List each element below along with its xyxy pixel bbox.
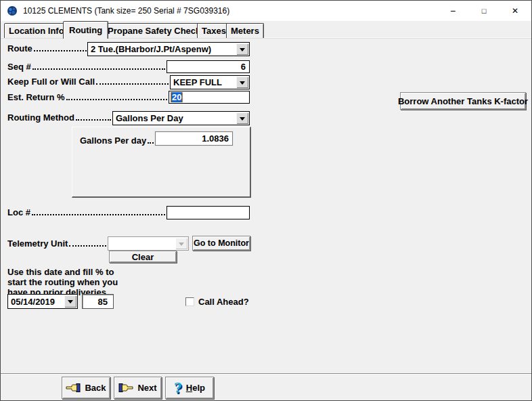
loc-label: Loc # [7,207,30,217]
start-routing-note: Use this date and fill % to start the ro… [7,267,118,297]
telemetry-row: Telemetry Unit [7,238,107,249]
help-question-icon: ? [174,381,182,395]
dotted-leader [32,214,165,215]
gallons-label: Gallons Per day [80,135,146,146]
help-button[interactable]: ? Help [165,377,214,399]
clear-button[interactable]: Clear [109,251,177,263]
telemetry-value [108,237,175,250]
borrow-k-factor-button[interactable]: Borrow Another Tanks K-factor [400,92,526,110]
next-hand-icon [118,383,133,393]
maximize-icon: □ [482,7,487,15]
clear-label: Clear [132,252,154,262]
route-combobox[interactable]: 2 Tue.(BHarbor/J.Pt/Aspenw) [87,42,250,56]
close-icon: ✕ [512,6,518,16]
start-date-combobox[interactable]: 05/14/2019 [7,294,78,309]
window-title: 10125 CLEMENTS (Tank size= 250 Serial # … [23,6,229,16]
back-button[interactable]: Back [62,377,110,399]
start-fill-value: 85 [98,297,108,307]
minimize-icon: − [450,5,456,16]
chevron-down-icon [68,300,73,306]
help-label-underline: H [186,383,192,393]
telemetry-label: Telemetry Unit [7,238,68,249]
keep-full-label: Keep Full or Will Call [7,77,95,87]
gallons-value: 1.0836 [202,133,229,144]
keep-full-row: Keep Full or Will Call [7,77,169,87]
back-hand-icon [66,383,81,393]
keep-full-combobox[interactable]: KEEP FULL [170,75,250,89]
app-icon [7,5,18,16]
maximize-button[interactable]: □ [468,1,500,21]
borrow-k-factor-label: Borrow Another Tanks K-factor [398,96,528,106]
routing-method-label: Routing Method [7,112,74,123]
next-label: Next [137,383,156,393]
telemetry-combobox[interactable] [108,236,189,251]
tab-propane-safety-check[interactable]: Propane Safety Check [103,23,205,38]
loc-input[interactable] [167,206,250,219]
keep-full-dropdown-button[interactable] [236,77,248,88]
tab-label: Routing [69,25,102,35]
dotted-leader [76,119,111,121]
go-to-monitor-label: Go to Monitor [194,238,249,248]
close-button[interactable]: ✕ [500,1,531,21]
note-line-2: start the routing when you [7,277,118,287]
est-return-input[interactable]: 20 [169,91,250,104]
dotted-leader [96,83,169,85]
dotted-leader [66,99,167,100]
route-dropdown-button[interactable] [236,43,248,55]
routing-method-value: Gallons Per Day [113,112,236,125]
tab-label: Taxes [202,26,226,36]
app-window: 10125 CLEMENTS (Tank size= 250 Serial # … [0,0,532,401]
call-ahead-label: Call Ahead? [198,297,249,307]
keep-full-value: KEEP FULL [171,76,236,89]
minimize-button[interactable]: − [437,1,468,21]
start-date-dropdown-button[interactable] [64,295,76,308]
telemetry-dropdown-button[interactable] [175,238,187,249]
back-label: Back [85,383,106,393]
chevron-down-icon [179,242,184,249]
help-label-rest: elp [192,383,205,393]
seq-input[interactable]: 6 [167,60,250,73]
chevron-down-icon [240,81,245,87]
title-bar: 10125 CLEMENTS (Tank size= 250 Serial # … [1,1,531,21]
dotted-leader [34,50,87,51]
seq-label: Seq # [7,62,31,72]
tab-label: Propane Safety Check [108,26,200,36]
call-ahead-checkbox[interactable] [185,297,194,306]
tab-meters[interactable]: Meters [226,23,264,38]
next-button[interactable]: Next [114,377,162,399]
route-value: 2 Tue.(BHarbor/J.Pt/Aspenw) [88,43,236,56]
tab-routing[interactable]: Routing [63,21,108,39]
start-fill-input[interactable]: 85 [82,294,114,309]
note-line-1: Use this date and fill % to [7,267,118,277]
routing-method-row: Routing Method [7,112,112,123]
go-to-monitor-button[interactable]: Go to Monitor [192,236,250,251]
dotted-leader [32,68,165,70]
dotted-leader [69,245,106,247]
chevron-down-icon [240,117,245,123]
est-return-row: Est. Return % [7,92,168,102]
start-date-value: 05/14/2019 [8,295,64,308]
gallons-row: Gallons Per day [80,135,156,146]
help-label: Help [186,383,205,393]
caption-buttons: − □ ✕ [437,1,531,21]
chevron-down-icon [240,48,245,54]
loc-row: Loc # [7,207,166,217]
route-label: Route [7,43,32,54]
footer-separator [1,373,531,375]
est-return-value-selected: 20 [171,92,183,102]
gallons-input[interactable]: 1.0836 [155,131,233,146]
routing-method-dropdown-button[interactable] [236,112,248,124]
gallons-per-day-panel: Gallons Per day 1.0836 [72,127,251,198]
route-row: Route [7,43,87,54]
tab-location-info[interactable]: Location Info [4,23,69,38]
tab-label: Location Info [9,26,64,36]
tab-label: Meters [231,26,259,36]
routing-method-combobox[interactable]: Gallons Per Day [112,111,250,125]
est-return-label: Est. Return % [7,92,65,102]
seq-value: 6 [241,62,246,72]
seq-row: Seq # [7,62,166,72]
